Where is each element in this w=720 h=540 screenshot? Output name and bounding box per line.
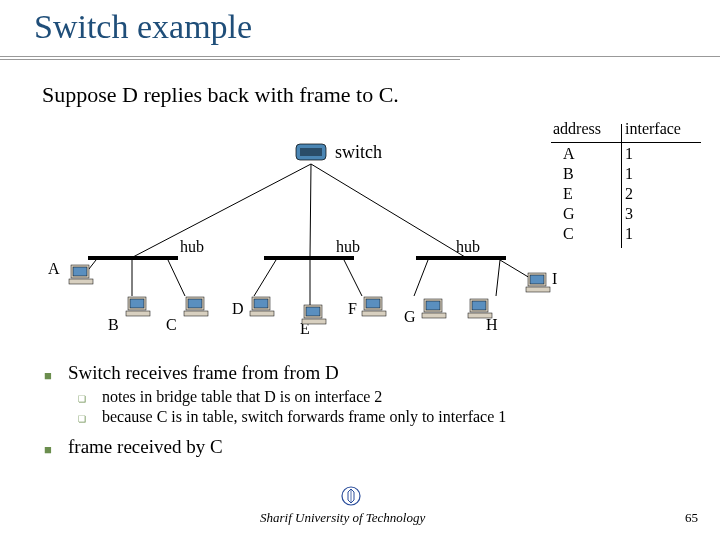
slide-subtitle: Suppose D replies back with frame to C. (42, 82, 399, 108)
bullet-icon: ■ (44, 442, 52, 458)
node-label-B: B (108, 316, 119, 334)
table-row: A (563, 144, 615, 164)
svg-rect-15 (73, 267, 87, 276)
bullet-1: Switch receives frame from from D (68, 362, 339, 384)
table-vline (621, 124, 622, 248)
node-label-F: F (348, 300, 357, 318)
svg-rect-31 (362, 311, 386, 316)
node-label-D: D (232, 300, 244, 318)
pc-icon-G (420, 296, 448, 320)
table-row: 1 (625, 164, 675, 184)
node-label-G: G (404, 308, 416, 326)
svg-line-12 (496, 260, 500, 296)
sub-bullet-1a: notes in bridge table that D is on inter… (102, 388, 382, 406)
bullet-2: frame received by C (68, 436, 223, 458)
table-row: G (563, 204, 615, 224)
td-iface-col: 1 1 2 3 1 (615, 144, 675, 244)
th-interface: interface (625, 120, 695, 138)
title-rule-short (0, 59, 460, 60)
table-row: B (563, 164, 615, 184)
svg-rect-37 (468, 313, 492, 318)
node-label-I: I (552, 270, 557, 288)
footer-text: Sharif University of Technology (260, 510, 425, 526)
bullet-icon: ■ (44, 368, 52, 384)
svg-rect-30 (366, 299, 380, 308)
svg-rect-40 (526, 287, 550, 292)
svg-rect-19 (126, 311, 150, 316)
pc-icon-C (182, 294, 210, 318)
td-addr-col: A B E G C (553, 144, 615, 244)
table-row: 1 (625, 144, 675, 164)
bridge-table: address interface A B E G C 1 1 2 3 1 (553, 120, 695, 244)
title-rule-full (0, 56, 720, 57)
svg-rect-33 (426, 301, 440, 310)
slide-title: Switch example (34, 8, 252, 46)
node-label-A: A (48, 260, 60, 278)
svg-rect-36 (472, 301, 486, 310)
svg-rect-39 (530, 275, 544, 284)
table-row: 2 (625, 184, 675, 204)
svg-line-11 (414, 260, 428, 296)
svg-rect-34 (422, 313, 446, 318)
pc-icon-B (124, 294, 152, 318)
svg-rect-18 (130, 299, 144, 308)
svg-rect-21 (188, 299, 202, 308)
pc-icon-F (360, 294, 388, 318)
sub-bullet-icon: ❏ (78, 394, 86, 404)
table-row: 3 (625, 204, 675, 224)
svg-rect-22 (184, 311, 208, 316)
university-logo-icon (341, 486, 361, 506)
pc-icon-A (67, 262, 95, 286)
table-header: address interface (553, 120, 695, 138)
th-address: address (553, 120, 625, 138)
pc-icon-I (524, 270, 552, 294)
table-hline (551, 142, 701, 143)
page-number: 65 (685, 510, 698, 526)
svg-rect-16 (69, 279, 93, 284)
node-label-C: C (166, 316, 177, 334)
svg-rect-27 (306, 307, 320, 316)
sub-bullet-1b: because C is in table, switch forwards f… (102, 408, 506, 426)
table-row: C (563, 224, 615, 244)
pc-icon-D (248, 294, 276, 318)
svg-rect-25 (250, 311, 274, 316)
table-row: E (563, 184, 615, 204)
network-diagram: switch hub hub hub A B C D E F (0, 120, 720, 360)
pc-icon-H (466, 296, 494, 320)
svg-rect-24 (254, 299, 268, 308)
svg-rect-28 (302, 319, 326, 324)
table-row: 1 (625, 224, 675, 244)
sub-bullet-icon: ❏ (78, 414, 86, 424)
pc-icon-E (300, 302, 328, 326)
